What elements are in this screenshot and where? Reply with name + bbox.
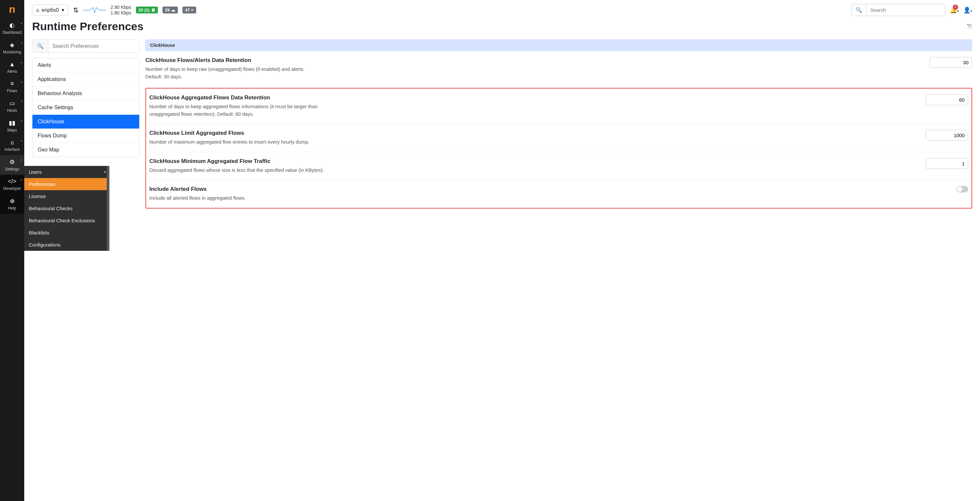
- chevron-right-icon: ▸: [21, 22, 22, 25]
- help-icon: ⊕: [0, 197, 24, 204]
- interface-selector[interactable]: ⩍ enp6s0 ▾: [32, 5, 68, 15]
- pref-flows-alerts-retention: ClickHouse Flows/Alerts Data Retention N…: [145, 51, 972, 86]
- pref-input-limit[interactable]: [926, 130, 968, 140]
- pref-desc: Number of days to keep raw (unaggregated…: [145, 65, 322, 80]
- submenu-item-users[interactable]: Users▸: [24, 166, 110, 178]
- monitor-icon: 🖥: [151, 8, 155, 13]
- category-flows-dump[interactable]: Flows Dump: [32, 129, 139, 143]
- pref-input-min-traffic[interactable]: [926, 158, 968, 169]
- pref-desc: Include all alerted flows in aggregated …: [150, 195, 326, 202]
- submenu-item-behavioural-checks[interactable]: Behavioural Checks: [24, 202, 110, 209]
- pref-title: ClickHouse Limit Aggregated Flows: [150, 130, 916, 136]
- badge-hosts[interactable]: 33 (1) 🖥: [136, 6, 158, 13]
- chevron-right-icon: ▸: [21, 41, 22, 44]
- settings-submenu: Users▸ Preferences License Behavioural C…: [24, 166, 110, 209]
- chevron-right-icon: ▸: [21, 119, 22, 122]
- pref-panel: ClickHouse ClickHouse Flows/Alerts Data …: [145, 39, 972, 209]
- sidebar-item-label: Maps: [7, 128, 17, 132]
- logo-text: n: [9, 3, 15, 15]
- sidebar-item-label: Dashboard: [3, 30, 22, 35]
- submenu-label: Users: [29, 169, 41, 175]
- chevron-right-icon: ▸: [105, 170, 106, 174]
- chevron-down-icon: ▾: [970, 9, 972, 13]
- badge-flows[interactable]: 47 ≡: [183, 6, 196, 13]
- page-header: Runtime Preferences ?⃝: [24, 20, 980, 39]
- sidebar-item-maps[interactable]: ▮▮Maps▸: [0, 116, 24, 136]
- pref-input-agg-retention[interactable]: [926, 94, 968, 105]
- sidebar-item-settings[interactable]: ⚙Settings▸: [0, 155, 24, 175]
- ethernet-icon: ⩍: [37, 7, 39, 13]
- sidebar-item-label: Flows: [7, 89, 17, 93]
- rate-up: 1.80 Kbps: [111, 10, 131, 16]
- sidebar-item-flows[interactable]: ≡Flows▸: [0, 77, 24, 96]
- sparkline: [83, 6, 106, 15]
- sidebar-item-label: Developer: [3, 186, 21, 191]
- search-icon: 🔍: [856, 7, 862, 13]
- user-menu[interactable]: 👤▾: [963, 6, 972, 14]
- topbar: ⩍ enp6s0 ▾ ⇅ 2.90 Kbps 1.80 Kbps 33 (1) …: [24, 0, 980, 20]
- dashboard-icon: ◐: [0, 22, 24, 29]
- badge-text: 29: [165, 8, 170, 13]
- section-header: ClickHouse: [145, 39, 972, 51]
- sidebar-item-label: Alerts: [7, 69, 18, 74]
- category-applications[interactable]: Applications: [32, 72, 139, 86]
- chevron-right-icon: ▸: [21, 80, 22, 83]
- logo[interactable]: n: [0, 0, 24, 18]
- pref-search: 🔍: [32, 39, 140, 53]
- submenu-item-license[interactable]: License: [24, 190, 110, 202]
- search-button[interactable]: 🔍: [852, 4, 866, 16]
- maps-icon: ▮▮: [0, 119, 24, 126]
- toggle-knob: [957, 187, 963, 192]
- sidebar-item-monitoring[interactable]: ◈Monitoring▸: [0, 38, 24, 58]
- help-icon[interactable]: ?⃝: [967, 23, 972, 30]
- pref-title: ClickHouse Flows/Alerts Data Retention: [145, 57, 920, 64]
- updown-icon: ⇅: [73, 6, 79, 14]
- global-search: 🔍: [851, 4, 945, 16]
- interface-icon: ⩍: [0, 139, 24, 146]
- rate-down: 2.90 Kbps: [111, 5, 131, 10]
- pref-desc: Discard aggregated flows whose size is l…: [150, 167, 326, 174]
- sidebar-item-label: Monitoring: [3, 50, 21, 54]
- pref-toggle-alerted[interactable]: [956, 186, 968, 193]
- sidebar-item-help[interactable]: ⊕Help: [0, 194, 24, 209]
- user-icon: 👤: [963, 7, 970, 13]
- sidebar-item-alerts[interactable]: ▲Alerts▸: [0, 58, 24, 77]
- sidebar-item-label: Help: [8, 206, 16, 209]
- notif-count: 3: [953, 5, 958, 10]
- sidebar-item-dashboard[interactable]: ◐Dashboard▸: [0, 18, 24, 38]
- flows-icon: ≡: [0, 80, 24, 87]
- highlighted-prefs: ClickHouse Aggregated Flows Data Retenti…: [145, 88, 972, 209]
- submenu-scrollbar[interactable]: [107, 166, 110, 209]
- sidebar-item-interface[interactable]: ⩍Interface▸: [0, 136, 24, 155]
- submenu-label: License: [29, 193, 46, 199]
- pref-include-alerted: Include Alerted Flows Include all alerte…: [150, 180, 968, 208]
- pref-search-input[interactable]: [48, 40, 139, 53]
- sidebar: n ◐Dashboard▸ ◈Monitoring▸ ▲Alerts▸ ≡Flo…: [0, 0, 24, 209]
- badge-devices[interactable]: 29 ☁: [162, 6, 178, 13]
- chevron-right-icon: ▸: [21, 139, 22, 142]
- sidebar-item-label: Interface: [5, 147, 20, 152]
- submenu-item-preferences[interactable]: Preferences: [24, 178, 110, 190]
- category-geo-map[interactable]: Geo Map: [32, 143, 139, 157]
- category-alerts[interactable]: Alerts: [32, 58, 139, 72]
- pref-desc: Number of days to keep aggregated flows …: [150, 103, 326, 118]
- chevron-down-icon: ▾: [62, 7, 64, 13]
- pref-input-retention[interactable]: [929, 57, 972, 68]
- submenu-label: Behavioural Checks: [29, 206, 72, 209]
- pref-title: ClickHouse Minimum Aggregated Flow Traff…: [150, 158, 916, 164]
- list-icon: ≡: [191, 8, 194, 13]
- sidebar-item-developer[interactable]: </>Developer▸: [0, 175, 24, 194]
- category-cache-settings[interactable]: Cache Settings: [32, 101, 139, 115]
- category-list: Alerts Applications Behaviour Analysis C…: [32, 58, 140, 157]
- chevron-right-icon: ▸: [21, 158, 22, 161]
- category-behaviour-analysis[interactable]: Behaviour Analysis: [32, 86, 139, 101]
- traffic-rates: 2.90 Kbps 1.80 Kbps: [111, 5, 131, 16]
- category-clickhouse[interactable]: ClickHouse: [32, 115, 139, 129]
- monitoring-icon: ◈: [0, 41, 24, 48]
- cloud-icon: ☁: [171, 8, 175, 13]
- search-icon: 🔍: [32, 40, 48, 53]
- pref-min-traffic: ClickHouse Minimum Aggregated Flow Traff…: [150, 152, 968, 180]
- sidebar-item-hosts[interactable]: ▭Hosts▸: [0, 96, 24, 116]
- search-input[interactable]: [866, 5, 945, 15]
- notifications[interactable]: 🔔▾ 3: [950, 6, 959, 14]
